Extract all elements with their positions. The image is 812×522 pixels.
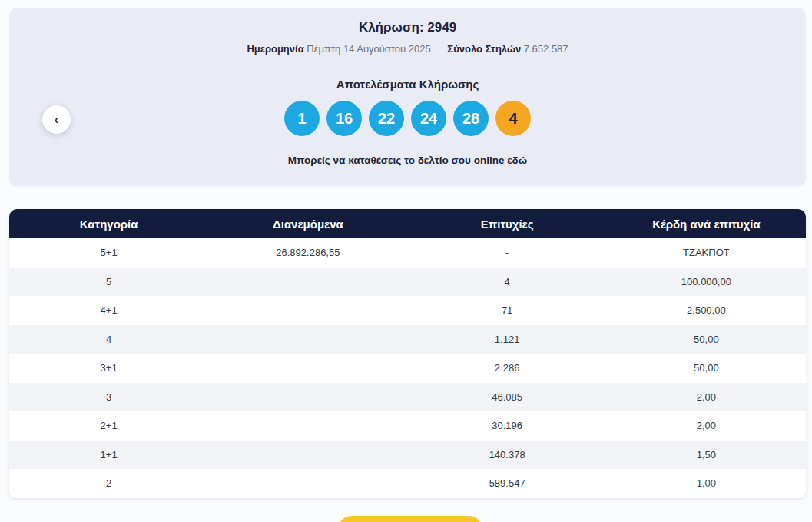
table-cell: 50,00 (607, 362, 806, 374)
date-value: Πέμπτη 14 Αυγούστου 2025 (307, 43, 430, 55)
table-row: 5+126.892.286,55-ΤΖΑΚΠΟΤ (9, 238, 806, 268)
bonus-number-ball: 4 (495, 101, 531, 136)
number-ball: 16 (326, 101, 362, 136)
table-cell: ΤΖΑΚΠΟΤ (607, 247, 806, 258)
table-cell: 5 (9, 276, 208, 288)
number-ball: 24 (411, 101, 446, 136)
table-cell: 26.892.286,55 (208, 247, 407, 258)
table-cell: 50,00 (607, 334, 806, 345)
drawn-numbers: 1162224284 (9, 101, 806, 136)
draw-meta: Ημερομηνία Πέμπτη 14 Αυγούστου 2025 Σύνο… (9, 43, 806, 55)
total-columns-label: Σύνολο Στηλών (447, 43, 521, 55)
table-cell: 1+1 (9, 449, 208, 460)
table-cell: 4+1 (9, 304, 208, 316)
table-cell: 46.085 (408, 391, 607, 403)
table-cell: 4 (408, 276, 607, 288)
table-row: 346.0852,00 (9, 383, 806, 412)
date-label: Ημερομηνία (247, 43, 303, 55)
number-ball: 28 (453, 101, 489, 136)
banner-divider (47, 65, 769, 65)
table-row: 41.12150,00 (9, 325, 806, 354)
column-header: Επιτυχίες (408, 218, 607, 231)
table-cell: - (408, 247, 607, 258)
chevron-left-icon: ‹ (55, 114, 58, 126)
table-cell: 1,00 (607, 477, 806, 489)
table-row: 2+130.1962,00 (9, 411, 806, 441)
column-header: Κέρδη ανά επιτυχία (607, 218, 806, 231)
total-columns-value: 7.652.587 (524, 43, 568, 55)
results-title: Αποτελέσματα Κλήρωσης (9, 78, 806, 91)
draw-results-banner: ‹ Κλήρωση: 2949 Ημερομηνία Πέμπτη 14 Αυγ… (9, 8, 806, 186)
number-ball: 22 (369, 101, 404, 136)
table-cell: 1.121 (408, 334, 607, 345)
bottom-action-button[interactable] (338, 516, 482, 522)
table-cell: 1,50 (607, 449, 806, 460)
table-cell: 140.378 (408, 449, 607, 460)
number-ball: 1 (284, 101, 320, 136)
prizes-table-body: 5+126.892.286,55-ΤΖΑΚΠΟΤ54100.000,004+17… (9, 238, 806, 498)
table-cell: 4 (9, 334, 208, 345)
table-row: 54100.000,00 (9, 268, 806, 297)
table-cell: 2+1 (9, 420, 208, 431)
table-cell: 3+1 (9, 362, 208, 374)
draw-date: Ημερομηνία Πέμπτη 14 Αυγούστου 2025 (247, 43, 430, 55)
table-cell: 2.500,00 (607, 304, 806, 316)
table-cell: 3 (9, 391, 208, 403)
prizes-table: ΚατηγορίαΔιανεμόμεναΕπιτυχίεςΚέρδη ανά ε… (9, 209, 806, 498)
draw-title: Κλήρωση: 2949 (9, 8, 806, 35)
table-cell: 71 (408, 304, 607, 316)
total-columns: Σύνολο Στηλών 7.652.587 (447, 43, 568, 55)
table-cell: 2.286 (408, 362, 607, 374)
previous-draw-button[interactable]: ‹ (42, 105, 71, 134)
table-row: 3+12.28650,00 (9, 354, 806, 383)
column-header: Διανεμόμενα (208, 218, 407, 231)
table-row: 4+1712.500,00 (9, 296, 806, 325)
table-cell: 589.547 (408, 477, 607, 489)
table-cell: 2,00 (607, 391, 806, 403)
table-cell: 2,00 (607, 420, 806, 431)
table-cell: 30.196 (408, 420, 607, 431)
table-row: 2589.5471,00 (9, 469, 806, 498)
column-header: Κατηγορία (9, 218, 208, 231)
online-cta-text[interactable]: Μπορείς να καταθέσεις το δελτίο σου onli… (9, 155, 806, 166)
table-cell: 5+1 (9, 247, 208, 258)
table-cell: 100.000,00 (607, 276, 806, 288)
prizes-table-header: ΚατηγορίαΔιανεμόμεναΕπιτυχίεςΚέρδη ανά ε… (9, 209, 806, 238)
table-row: 1+1140.3781,50 (9, 441, 806, 470)
table-cell: 2 (9, 477, 208, 489)
